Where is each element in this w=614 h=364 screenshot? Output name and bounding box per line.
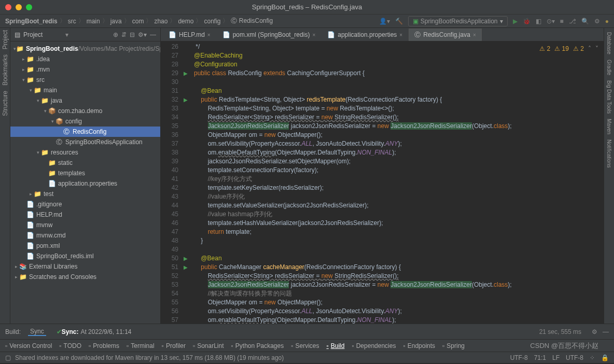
tree-node[interactable]: 📄HELP.md	[10, 209, 160, 220]
git-icon[interactable]: ⎇	[569, 18, 576, 25]
tree-node[interactable]: 📄mvnw.cmd	[10, 230, 160, 241]
breadcrumb-item[interactable]: SpringBoot_redis	[5, 18, 58, 25]
stop-icon[interactable]: ■	[560, 18, 564, 25]
bottom-tab[interactable]: ▫Build	[326, 342, 344, 349]
tree-node[interactable]: 📄mvnw	[10, 220, 160, 230]
editor-tab[interactable]: 📄pom.xml (SpringBoot_redis)×	[217, 29, 322, 41]
right-tool-notifications[interactable]: Notifications	[606, 139, 612, 167]
bottom-tab[interactable]: ▫Spring	[442, 342, 465, 349]
right-tool-maven[interactable]: Maven	[606, 119, 612, 134]
add-icon[interactable]: 👤▾	[379, 18, 390, 25]
inspections-widget[interactable]: ⚠ 2 ⚠ 19 ⚠ 2 ˄ ˅	[537, 44, 601, 54]
debug-icon[interactable]: 🐞	[523, 18, 531, 25]
breadcrumb-item[interactable]: Ⓒ RedisConfig	[231, 17, 273, 25]
hide-icon[interactable]: —	[150, 31, 156, 38]
breadcrumb[interactable]: SpringBoot_redis〉src〉main〉java〉com〉zhao〉…	[5, 17, 379, 25]
left-tool-bookmarks[interactable]: Bookmarks	[2, 54, 9, 86]
right-tool-gradle[interactable]: Gradle	[606, 60, 612, 75]
run-config-selector[interactable]: ▣SpringBootRedisApplication▾	[408, 16, 508, 26]
avatar-icon[interactable]: ●	[605, 18, 609, 25]
close-tab-icon[interactable]: ×	[312, 32, 315, 38]
title-bar: SpringBoot_redis – RedisConfig.java	[0, 0, 614, 15]
breadcrumb-item[interactable]: com	[132, 18, 144, 25]
tree-node[interactable]: ▾📁SpringBoot_redis /Volumes/Mac Project/…	[10, 44, 160, 54]
build-sync-tab[interactable]: Sync	[28, 328, 46, 336]
tree-node[interactable]: ▾📁java	[10, 95, 160, 106]
tree-node[interactable]: 📄application.properties	[10, 178, 160, 189]
maximize-window-icon[interactable]	[26, 4, 32, 10]
dropdown-icon[interactable]: ▾	[65, 31, 68, 38]
code-content[interactable]: */@EnableCaching@Configurationpublic cla…	[192, 41, 604, 324]
tree-node[interactable]: ▾📦com.zhao.demo	[10, 106, 160, 116]
tree-node[interactable]: ▸📁Scratches and Consoles	[10, 272, 160, 282]
tree-node[interactable]: ▸📁.idea	[10, 54, 160, 64]
close-tab-icon[interactable]: ×	[399, 32, 402, 38]
left-tool-structure[interactable]: Structure	[2, 91, 9, 116]
status-icon[interactable]: ▢	[5, 354, 11, 361]
caret-position[interactable]: 71:1	[534, 354, 546, 361]
close-tab-icon[interactable]: ×	[207, 32, 211, 38]
tree-node[interactable]: ▾📁resources	[10, 147, 160, 158]
breadcrumb-item[interactable]: demo	[178, 18, 193, 25]
tree-node[interactable]: ▸📁.mvn	[10, 64, 160, 75]
build-icon[interactable]: 🔨	[395, 18, 403, 25]
tree-node[interactable]: 📁static	[10, 158, 160, 168]
line-ending[interactable]: LF	[552, 354, 560, 361]
editor-tab[interactable]: 📄application.properties×	[322, 29, 408, 41]
breadcrumb-item[interactable]: main	[87, 18, 100, 25]
tree-node[interactable]: ⒸSpringBootRedisApplication	[10, 137, 160, 147]
bottom-tab[interactable]: ▫Endpoints	[403, 342, 435, 349]
build-settings-icon[interactable]: ⚙	[592, 328, 597, 335]
close-window-icon[interactable]	[5, 4, 11, 10]
tree-node[interactable]: 📄SpringBoot_redis.iml	[10, 251, 160, 261]
tree-node[interactable]: 📄.gitignore	[10, 199, 160, 209]
tree-node[interactable]: 📁templates	[10, 168, 160, 178]
settings-icon[interactable]: ⚙	[594, 18, 600, 25]
breadcrumb-item[interactable]: src	[68, 18, 76, 25]
bottom-tab[interactable]: ▫TODO	[59, 342, 81, 349]
tree-node[interactable]: ⒸRedisConfig	[10, 127, 160, 137]
close-tab-icon[interactable]: ×	[473, 32, 476, 38]
expand-icon[interactable]: ⇵	[121, 31, 127, 38]
editor-tab[interactable]: 📄HELP.md×	[163, 29, 216, 41]
tree-node[interactable]: ▸📁test	[10, 189, 160, 199]
bottom-tab[interactable]: ▫Python Packages	[231, 342, 284, 349]
breadcrumb-item[interactable]: java	[110, 18, 122, 25]
coverage-icon[interactable]: ◧	[536, 18, 541, 25]
bottom-tab[interactable]: ▫Profiler	[162, 342, 186, 349]
build-hide-icon[interactable]: —	[603, 328, 609, 335]
tree-node[interactable]: ▾📁main	[10, 85, 160, 95]
bottom-tab[interactable]: ▫Terminal	[127, 342, 155, 349]
run-icon[interactable]: ▶	[513, 18, 518, 25]
editor-tab[interactable]: ⒸRedisConfig.java×	[409, 29, 482, 41]
gear-icon[interactable]: ⚙▾	[138, 31, 147, 38]
profile-icon[interactable]: ⊙▾	[547, 18, 555, 25]
right-tool-big-data-tools[interactable]: Big Data Tools	[606, 80, 612, 114]
project-tree[interactable]: ▾📁SpringBoot_redis /Volumes/Mac Project/…	[10, 41, 160, 324]
bottom-tab[interactable]: ▫SonarLint	[193, 342, 224, 349]
bottom-tab[interactable]: ▫Version Control	[5, 342, 52, 349]
lock-icon[interactable]: 🔒	[601, 354, 609, 361]
spaces-icon[interactable]: ⁘	[590, 354, 595, 361]
bottom-tab[interactable]: ▫Problems	[89, 342, 119, 349]
minimize-window-icon[interactable]	[16, 4, 22, 10]
bottom-tab[interactable]: ▫Dependencies	[352, 342, 396, 349]
bottom-tab[interactable]: ▫Services	[291, 342, 319, 349]
tree-node[interactable]: ▾📦config	[10, 116, 160, 127]
chevron-down-icon[interactable]: ˅	[595, 45, 598, 53]
breadcrumb-item[interactable]: zhao	[154, 18, 168, 25]
collapse-icon[interactable]: ⊟	[130, 31, 135, 38]
search-icon[interactable]: 🔍	[581, 18, 589, 25]
code-editor[interactable]: ⚠ 2 ⚠ 19 ⚠ 2 ˄ ˅ 26272829303132333435363…	[161, 41, 604, 324]
select-opened-icon[interactable]: ⊕	[113, 31, 118, 38]
tree-node[interactable]: ▸📚External Libraries	[10, 261, 160, 272]
tree-node[interactable]: 📄pom.xml	[10, 241, 160, 251]
right-tool-database[interactable]: Database	[606, 32, 612, 54]
project-panel-title: Project	[23, 31, 62, 38]
tree-node[interactable]: ▾📁src	[10, 75, 160, 85]
breadcrumb-item[interactable]: config	[204, 18, 220, 25]
encoding-2[interactable]: UTF-8	[566, 354, 583, 361]
encoding-1[interactable]: UTF-8	[510, 354, 528, 361]
chevron-up-icon[interactable]: ˄	[588, 45, 591, 53]
left-tool-project[interactable]: Project	[2, 30, 9, 49]
